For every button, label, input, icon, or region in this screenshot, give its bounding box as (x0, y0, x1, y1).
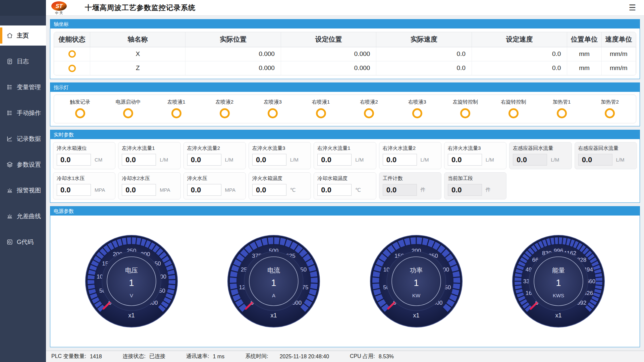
param-label: 左淬火水流量1 (122, 145, 177, 152)
param-unit: MPA (160, 187, 170, 193)
sidebar-item-2[interactable]: 变量管理 (0, 77, 46, 97)
position-unit-cell: mm (567, 61, 601, 75)
param-label: 工件计数 (383, 175, 438, 182)
sidebar-item-4[interactable]: 记录数据 (0, 129, 46, 149)
sidebar-item-8[interactable]: G代码 (0, 232, 46, 252)
param-line: 0.0L/M (122, 154, 177, 166)
power-panel: 电源参数 050100150200250300350400450500电压1Vx… (50, 206, 640, 347)
svg-text:x1: x1 (555, 312, 561, 319)
svg-text:1: 1 (556, 278, 561, 288)
param-value-input[interactable]: 0.0 (448, 154, 482, 166)
axis-panel-title: 轴坐标 (50, 19, 640, 28)
indicator-item: 左喷液3 (249, 99, 297, 118)
enable-status-icon (68, 50, 76, 58)
param-unit: L/M (160, 157, 168, 163)
indicator-label: 加热管1 (553, 99, 571, 105)
param-unit: MPA (225, 187, 235, 193)
param-line: 0.0件 (448, 184, 503, 196)
param-label: 右感应器回水流量 (578, 145, 633, 152)
param-value-input[interactable]: 0.0 (448, 184, 482, 196)
param-value-input[interactable]: 0.0 (513, 154, 547, 166)
svg-text:1: 1 (414, 278, 419, 288)
speed-unit-cell: mm/m (601, 47, 636, 61)
param-line: 0.0L/M (317, 154, 372, 166)
param-unit: L/M (551, 157, 559, 163)
param-line: 0.0L/M (448, 154, 503, 166)
status-label: CPU 占用: (350, 353, 375, 360)
param-value-input[interactable]: 0.0 (578, 154, 612, 166)
param-value-input[interactable]: 0.0 (122, 154, 156, 166)
status-value: 已连接 (149, 353, 165, 360)
sidebar-item-3[interactable]: 手动操作 (0, 103, 46, 123)
realtime-param-card: 左淬火水流量10.0L/M (118, 142, 180, 169)
param-value-input[interactable]: 0.0 (122, 184, 156, 196)
indicator-label: 左喷液3 (264, 99, 281, 105)
axis-col-header: 实际位置 (185, 32, 281, 47)
realtime-param-card: 左淬火水流量20.0L/M (183, 142, 246, 169)
status-item: PLC 变量数量:1418 (51, 353, 102, 360)
indicator-item: 右喷液2 (345, 99, 393, 118)
company-logo-icon: ST 中 天 (50, 1, 69, 15)
axis-table: 使能状态轴名称实际位置设定位置实际速度设定速度位置单位速度单位 X0.0000.… (54, 32, 636, 75)
power-panel-title: 电源参数 (50, 206, 640, 216)
param-line: 0.0L/M (252, 154, 307, 166)
param-value-input[interactable]: 0.0 (252, 184, 286, 196)
indicators-card: 触发记录电源启动中左喷液1左喷液2左喷液3右喷液1右喷液2右喷液3左旋转控制右旋… (54, 95, 636, 123)
alarm-icon (6, 213, 13, 220)
indicators-panel: 指示灯 触发记录电源启动中左喷液1左喷液2左喷液3右喷液1右喷液2右喷液3左旋转… (50, 82, 640, 126)
sidebar-item-label: 主页 (17, 32, 29, 40)
param-line: 0.0MPA (187, 184, 242, 196)
main-column: ST 中 天 十堰高周波工艺参数监控记录系统 ☰ 轴坐标 使能状态轴名称实际位置… (46, 0, 644, 362)
param-value-input[interactable]: 0.0 (57, 154, 91, 166)
status-value: 8.53% (379, 354, 394, 360)
hamburger-icon[interactable]: ☰ (627, 2, 638, 13)
sidebar-item-7[interactable]: 允差曲线 (0, 206, 46, 226)
indicator-lamp-icon (268, 108, 278, 118)
status-bar: PLC 变量数量:1418连接状态:已连接通讯速率:1 ms系统时间:2025-… (46, 351, 644, 362)
sidebar-item-5[interactable]: 参数设置 (0, 155, 46, 175)
indicator-lamp-icon (123, 108, 133, 118)
indicator-label: 左喷液1 (167, 99, 185, 105)
param-value-input[interactable]: 0.0 (187, 184, 221, 196)
indicator-lamp-icon (75, 108, 85, 118)
param-line: 0.0L/M (578, 154, 633, 166)
param-value-input[interactable]: 0.0 (187, 154, 221, 166)
indicator-item: 右喷液1 (297, 99, 345, 118)
chart-line-icon (6, 135, 13, 142)
svg-text:x1: x1 (413, 312, 419, 319)
topbar: ST 中 天 十堰高周波工艺参数监控记录系统 ☰ (46, 0, 644, 16)
realtime-panel-body: 淬火水箱液位0.0CM左淬火水流量10.0L/M左淬火水流量20.0L/M左淬火… (50, 139, 640, 202)
app-root: 主页日志变量管理手动操作记录数据参数设置报警视图允差曲线G代码 ST 中 天 (0, 0, 644, 362)
svg-text:x1: x1 (128, 312, 135, 319)
gauge-能量: 0166332498664830996116213281494166018261… (512, 234, 605, 328)
param-label: 右淬火水流量2 (383, 145, 438, 152)
param-value-input[interactable]: 0.0 (252, 154, 286, 166)
param-value-input[interactable]: 0.0 (317, 154, 352, 166)
indicator-item: 加热管1 (538, 99, 586, 118)
param-value-input[interactable]: 0.0 (383, 154, 417, 166)
logo-caption: 中 天 (55, 11, 63, 15)
param-label: 左淬火水流量3 (252, 145, 307, 152)
indicator-lamp-icon (364, 108, 374, 118)
sidebar-item-label: 变量管理 (17, 83, 41, 91)
sidebar-nav: 主页日志变量管理手动操作记录数据参数设置报警视图允差曲线G代码 (0, 16, 46, 258)
param-value-input[interactable]: 0.0 (317, 184, 352, 196)
content-area: 轴坐标 使能状态轴名称实际位置设定位置实际速度设定速度位置单位速度单位 X0.0… (46, 16, 644, 351)
sidebar-item-1[interactable]: 日志 (0, 51, 46, 71)
param-line: 0.0MPA (57, 184, 112, 196)
param-value-input[interactable]: 0.0 (383, 184, 417, 196)
param-unit: 件 (486, 187, 491, 193)
sidebar-item-6[interactable]: 报警视图 (0, 180, 46, 200)
position-unit-cell: mm (567, 47, 601, 61)
param-value-input[interactable]: 0.0 (57, 184, 91, 196)
param-unit: L/M (421, 157, 429, 163)
param-line: 0.0件 (383, 184, 438, 196)
indicator-item: 左旋转控制 (441, 99, 490, 118)
param-unit: L/M (616, 157, 625, 163)
indicator-label: 左旋转控制 (453, 99, 478, 105)
indicator-lamp-icon (220, 108, 230, 118)
gauge-电压: 050100150200250300350400450500电压1Vx1 (85, 234, 178, 328)
realtime-param-card: 淬火水箱温度0.0℃ (249, 172, 311, 199)
sidebar-item-home[interactable]: 主页 (0, 25, 46, 46)
indicators-panel-body: 触发记录电源启动中左喷液1左喷液2左喷液3右喷液1右喷液2右喷液3左旋转控制右旋… (50, 92, 640, 126)
